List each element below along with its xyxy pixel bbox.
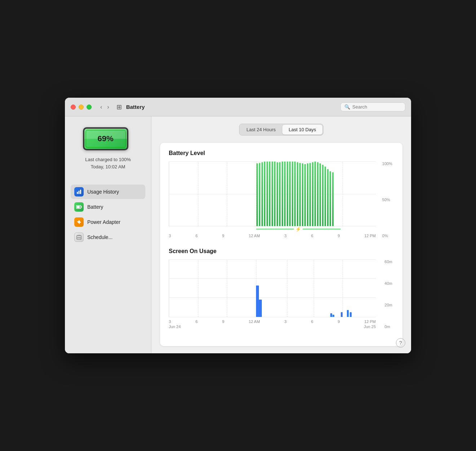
screen-bar-main-1 (256, 286, 259, 317)
search-box[interactable]: 🔍 (340, 102, 405, 111)
battery-x-labels: 3 6 9 12 AM 3 6 9 12 PM (169, 234, 376, 238)
sidebar-label-battery: Battery (87, 204, 103, 210)
svg-rect-8 (78, 235, 79, 236)
charging-line-left (256, 229, 294, 230)
screen-x-labels: 3 6 9 12 AM 3 6 9 12 PM (169, 319, 376, 324)
charging-indicator: ⚡ (256, 226, 341, 232)
tab-group: Last 24 Hours Last 10 Days (239, 124, 324, 136)
bar-21 (307, 163, 308, 226)
search-input[interactable] (352, 104, 401, 110)
screen-bar-11 (341, 312, 343, 317)
x-label-3pm: 3 (285, 234, 287, 238)
bar-27 (322, 165, 323, 226)
sidebar-item-schedule[interactable]: Schedule... (71, 230, 145, 244)
battery-bars (169, 162, 376, 226)
minimize-button[interactable] (79, 105, 84, 110)
back-button[interactable]: ‹ (99, 103, 103, 111)
battery-level-section: Battery Level (169, 150, 394, 238)
search-icon: 🔍 (344, 104, 350, 110)
screen-chart-wrapper: 60m 40m 20m 0m 3 6 9 12 AM 3 6 (169, 260, 376, 329)
tab-last-24h[interactable]: Last 24 Hours (240, 125, 282, 134)
battery-percent: 69% (97, 134, 113, 143)
screen-usage-chart (169, 260, 376, 317)
y-label-100: 100% (382, 162, 392, 166)
forward-button[interactable]: › (106, 103, 110, 111)
bar-7 (272, 162, 273, 226)
sx-label-6: 6 (195, 319, 198, 324)
help-button[interactable]: ? (396, 338, 405, 348)
tab-bar: Last 24 Hours Last 10 Days (160, 124, 402, 136)
bar-8 (274, 162, 276, 226)
screen-bar-12-2 (350, 312, 352, 317)
charging-bolt-icon: ⚡ (295, 226, 301, 232)
sx-label-6pm: 6 (311, 319, 313, 324)
bar-9 (277, 162, 278, 226)
bar-26 (319, 163, 321, 226)
bar-20 (304, 164, 306, 226)
x-label-6pm: 6 (311, 234, 313, 238)
bar-19 (302, 163, 303, 226)
sy-label-40m: 40m (385, 281, 392, 286)
x-label-9pm: 9 (338, 234, 340, 238)
grid-icon: ⊞ (116, 103, 122, 111)
sidebar-item-usage-history[interactable]: Usage History (71, 185, 145, 199)
bar-30 (330, 171, 331, 226)
battery-body: 69% (83, 127, 128, 150)
battery-chart: ⚡ (169, 162, 376, 226)
bar-1 (256, 163, 258, 226)
bar-31 (332, 172, 334, 226)
content-area: 69% Last charged to 100% Today, 10:02 AM (65, 116, 411, 353)
sx-label-3: 3 (169, 319, 171, 324)
maximize-button[interactable] (87, 105, 92, 110)
y-label-50: 50% (382, 198, 392, 202)
battery-y-labels: 100% 50% 0% (382, 162, 392, 238)
screen-chart-title: Screen On Usage (169, 248, 394, 255)
schedule-icon (74, 233, 84, 242)
sidebar: 69% Last charged to 100% Today, 10:02 AM (65, 116, 151, 353)
sidebar-label-schedule: Schedule... (87, 234, 113, 240)
sidebar-item-power-adapter[interactable]: Power Adapter (71, 215, 145, 229)
nav-buttons: ‹ › (99, 103, 111, 111)
bar-18 (299, 163, 301, 226)
close-button[interactable] (71, 105, 76, 110)
sy-label-0m: 0m (385, 324, 392, 329)
sy-label-60m: 60m (385, 260, 392, 264)
svg-rect-1 (79, 191, 80, 194)
bar-29 (327, 169, 329, 226)
bar-14 (289, 162, 291, 226)
x-label-12pm: 12 PM (364, 234, 376, 238)
window-title: Battery (126, 104, 336, 110)
x-label-3: 3 (169, 234, 171, 238)
charging-line-right (303, 229, 340, 230)
tab-last-10d[interactable]: Last 10 Days (282, 125, 323, 134)
traffic-lights (71, 105, 92, 110)
date-jun24: Jun 24 (169, 324, 285, 329)
power-adapter-icon (74, 217, 84, 227)
bar-15 (292, 162, 293, 226)
sidebar-item-battery[interactable]: Battery (71, 200, 145, 214)
battery-terminal (128, 135, 128, 143)
screen-bar-9-1 (330, 313, 332, 317)
bar-12 (284, 162, 286, 226)
screen-bar-12-1 (347, 310, 349, 317)
bar-11 (282, 162, 283, 226)
y-label-0: 0% (382, 234, 392, 238)
battery-icon: 69% (83, 127, 133, 152)
svg-rect-9 (80, 235, 80, 236)
bar-24 (314, 162, 316, 226)
last-charged-line1: Last charged to 100% (85, 156, 131, 163)
sx-label-9: 9 (222, 319, 224, 324)
battery-info: Last charged to 100% Today, 10:02 AM (85, 156, 131, 170)
sx-label-12am: 12 AM (249, 319, 260, 324)
date-jun25: Jun 25 (364, 324, 376, 329)
svg-rect-11 (78, 238, 78, 238)
last-charged-line2: Today, 10:02 AM (85, 163, 131, 171)
bar-3 (261, 162, 263, 226)
svg-marker-6 (77, 220, 81, 224)
x-label-6: 6 (195, 234, 198, 238)
sx-label-12pm: 12 PM (364, 319, 376, 324)
bar-4 (264, 162, 265, 226)
battery-widget: 69% Last charged to 100% Today, 10:02 AM (71, 127, 145, 174)
screen-bar-9-2 (332, 315, 334, 317)
svg-rect-12 (79, 238, 79, 238)
